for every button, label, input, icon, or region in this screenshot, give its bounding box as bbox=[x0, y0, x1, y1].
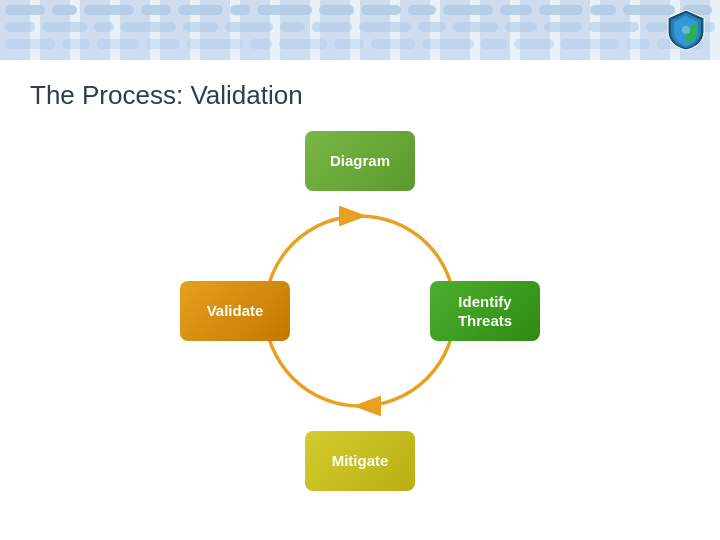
svg-rect-40 bbox=[371, 39, 415, 49]
svg-rect-34 bbox=[97, 39, 139, 49]
svg-rect-44 bbox=[561, 39, 619, 49]
svg-rect-6 bbox=[257, 5, 312, 15]
svg-rect-24 bbox=[359, 22, 411, 32]
svg-rect-23 bbox=[312, 22, 352, 32]
svg-rect-19 bbox=[121, 22, 176, 32]
node-mitigate-label: Mitigate bbox=[332, 451, 389, 471]
svg-rect-45 bbox=[626, 39, 650, 49]
svg-rect-29 bbox=[589, 22, 639, 32]
node-validate-label: Validate bbox=[207, 301, 264, 321]
svg-rect-3 bbox=[141, 5, 171, 15]
svg-rect-38 bbox=[279, 39, 327, 49]
svg-rect-16 bbox=[5, 22, 35, 32]
node-validate: Validate bbox=[180, 281, 290, 341]
svg-rect-9 bbox=[408, 5, 436, 15]
svg-rect-27 bbox=[505, 22, 537, 32]
svg-rect-17 bbox=[42, 22, 87, 32]
svg-rect-43 bbox=[514, 39, 554, 49]
svg-rect-21 bbox=[225, 22, 273, 32]
svg-rect-20 bbox=[183, 22, 218, 32]
diagram-container: Diagram IdentifyThreats Mitigate Validat… bbox=[180, 131, 540, 491]
header-pattern bbox=[0, 0, 720, 60]
svg-rect-2 bbox=[84, 5, 134, 15]
node-diagram-label: Diagram bbox=[330, 151, 390, 171]
svg-rect-0 bbox=[5, 5, 45, 15]
svg-rect-32 bbox=[5, 39, 55, 49]
svg-point-47 bbox=[682, 26, 690, 34]
main-content: The Process: Validation Diagram bbox=[0, 60, 720, 540]
svg-rect-7 bbox=[319, 5, 354, 15]
svg-rect-5 bbox=[230, 5, 250, 15]
svg-rect-11 bbox=[500, 5, 532, 15]
svg-rect-1 bbox=[52, 5, 77, 15]
svg-rect-36 bbox=[187, 39, 243, 49]
page-title: The Process: Validation bbox=[30, 80, 690, 111]
dna-pattern-svg bbox=[0, 0, 720, 60]
svg-rect-28 bbox=[544, 22, 582, 32]
svg-rect-39 bbox=[334, 39, 364, 49]
svg-rect-22 bbox=[280, 22, 305, 32]
svg-rect-41 bbox=[422, 39, 474, 49]
node-identify-threats: IdentifyThreats bbox=[430, 281, 540, 341]
svg-rect-33 bbox=[62, 39, 90, 49]
svg-rect-37 bbox=[250, 39, 272, 49]
node-diagram: Diagram bbox=[305, 131, 415, 191]
svg-rect-10 bbox=[443, 5, 493, 15]
svg-rect-26 bbox=[453, 22, 498, 32]
svg-rect-25 bbox=[418, 22, 446, 32]
svg-rect-18 bbox=[94, 22, 114, 32]
svg-rect-13 bbox=[590, 5, 616, 15]
svg-rect-35 bbox=[146, 39, 180, 49]
node-mitigate: Mitigate bbox=[305, 431, 415, 491]
svg-rect-8 bbox=[361, 5, 401, 15]
shield-icon bbox=[664, 8, 708, 52]
svg-rect-4 bbox=[178, 5, 223, 15]
svg-rect-12 bbox=[539, 5, 583, 15]
svg-rect-42 bbox=[481, 39, 507, 49]
node-identify-label: IdentifyThreats bbox=[458, 292, 512, 331]
